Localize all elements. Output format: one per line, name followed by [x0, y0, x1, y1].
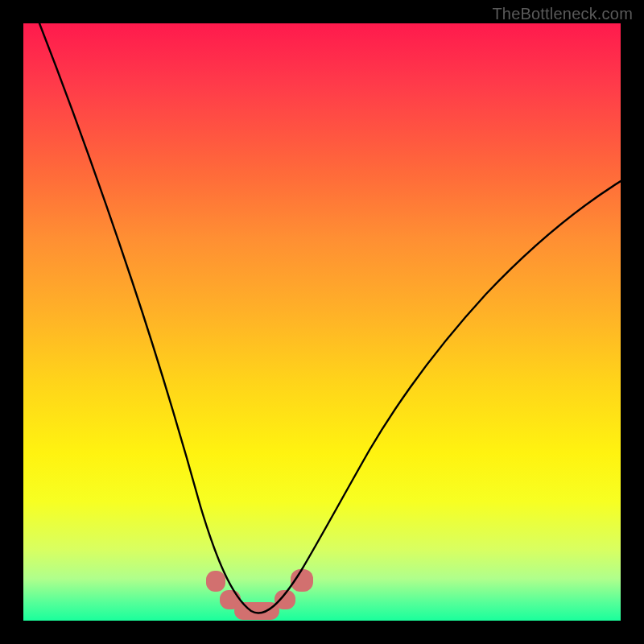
watermark-text: TheBottleneck.com [492, 5, 633, 23]
marker-seg-3 [234, 602, 279, 620]
chart-svg [23, 23, 621, 621]
plot-area [23, 23, 621, 621]
marker-seg-1 [206, 571, 225, 592]
chart-frame: TheBottleneck.com [0, 0, 644, 644]
bottleneck-curve [39, 23, 621, 613]
